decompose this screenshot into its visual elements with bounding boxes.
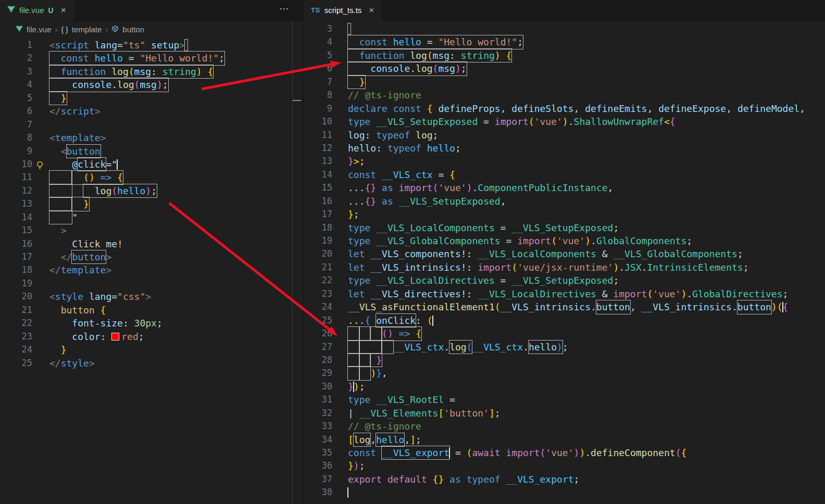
code-line[interactable]: 4 console.log(msg);: [0, 78, 303, 91]
code-content: type __VLS_RootEl =: [348, 393, 455, 406]
code-line[interactable]: 36});: [304, 459, 825, 472]
code-line[interactable]: 19: [0, 277, 303, 290]
code-line[interactable]: 23 color: red;: [0, 330, 303, 343]
code-line[interactable]: 13 }: [0, 197, 303, 210]
code-line[interactable]: 17 </button>: [0, 250, 303, 263]
code-line[interactable]: 37export default {} as typeof __VLS_expo…: [304, 473, 825, 486]
code-line[interactable]: 20let __VLS_components!: __VLS_LocalComp…: [304, 247, 825, 260]
code-line[interactable]: 13}>;: [304, 155, 825, 168]
mapping-box: [359, 341, 382, 354]
tab-file-vue[interactable]: file.vue U ×: [0, 0, 74, 20]
breadcrumb-scope[interactable]: template: [72, 25, 102, 34]
editor-sash-divider[interactable]: [292, 21, 293, 504]
code-line[interactable]: 22 font-size: 30px;: [0, 317, 303, 330]
code-token: button: [738, 301, 771, 312]
code-token: {: [681, 447, 686, 458]
code-line[interactable]: 6 console.log(msg);: [304, 62, 825, 75]
more-actions-button[interactable]: ⋯: [279, 3, 290, 15]
code-line[interactable]: 35const __VLS_export = (await import('vu…: [304, 446, 825, 459]
code-line[interactable]: 4 const hello = "Hello world!";: [304, 35, 825, 48]
code-line[interactable]: 25...{ onClick: (: [304, 314, 825, 327]
code-line[interactable]: 3: [304, 22, 825, 35]
code-line[interactable]: 10 @click=": [0, 158, 303, 171]
code-token: =: [421, 36, 439, 47]
code-line[interactable]: 26 () => {: [304, 327, 825, 340]
line-number: 18: [0, 263, 32, 276]
code-line[interactable]: 12 log(hello);: [0, 184, 303, 197]
breadcrumb-file[interactable]: file.vue: [27, 25, 52, 34]
line-number: 24: [304, 300, 332, 313]
line-number: 21: [304, 261, 332, 274]
code-line[interactable]: 21let __VLS_intrinsics!: import('vue/jsx…: [304, 261, 825, 274]
code-token: ]: [489, 408, 495, 419]
close-icon[interactable]: ×: [61, 5, 66, 16]
code-line[interactable]: 27 __VLS_ctx.log(__VLS_ctx.hello);: [304, 341, 825, 354]
code-line[interactable]: 33// @ts-ignore: [304, 420, 825, 433]
code-line[interactable]: 8<template>: [0, 131, 303, 144]
code-line[interactable]: 16...{} as __VLS_SetupExposed,: [304, 195, 825, 208]
code-token: "Hello world!": [140, 53, 219, 64]
code-token: >: [89, 358, 95, 369]
code-line[interactable]: 15...{} as import('vue').ComponentPublic…: [304, 181, 825, 194]
code-line[interactable]: 11 () => {: [0, 171, 303, 184]
code-line[interactable]: 20<style lang="css">: [0, 290, 303, 303]
left-editor-group: file.vue U × ⋯ file.vue › { } template ›…: [0, 0, 303, 504]
code-token: [72, 172, 83, 183]
code-line[interactable]: 28 }: [304, 354, 825, 367]
code-line[interactable]: 22type __VLS_LocalDirectives = __VLS_Set…: [304, 274, 825, 287]
code-line[interactable]: 14 ": [0, 211, 303, 224]
code-line[interactable]: 32| __VLS_Elements['button'];: [304, 407, 825, 420]
code-line[interactable]: 5 }: [0, 92, 303, 105]
code-token: :: [151, 66, 162, 77]
code-line[interactable]: 2 const hello = "Hello world!";: [0, 52, 303, 65]
breadcrumb-element[interactable]: button: [122, 25, 144, 34]
line-number: 26: [304, 327, 332, 340]
code-token: [95, 172, 101, 183]
code-line[interactable]: 3 function log(msg: string) {: [0, 65, 303, 78]
code-line[interactable]: 23let __VLS_directives!: __VLS_LocalDire…: [304, 287, 825, 300]
code-token: [89, 53, 95, 64]
code-line[interactable]: 11log: typeof log;: [304, 129, 825, 142]
code-line[interactable]: 34[log,hello,];: [304, 433, 825, 446]
right-code-area[interactable]: 34 const hello = "Hello world!";5 functi…: [304, 22, 825, 499]
code-line[interactable]: 8// @ts-ignore: [304, 89, 825, 102]
code-line[interactable]: 19type __VLS_GlobalComponents = import('…: [304, 234, 825, 247]
code-line[interactable]: 5 function log(msg: string) {: [304, 49, 825, 62]
code-token: }: [61, 344, 67, 355]
css-color-swatch[interactable]: [111, 333, 119, 341]
code-line[interactable]: 21 button {: [0, 304, 303, 317]
code-line[interactable]: 9declare const { defineProps, defineSlot…: [304, 102, 825, 115]
code-line[interactable]: 9 <button: [0, 145, 303, 158]
code-line[interactable]: 31type __VLS_RootEl =: [304, 393, 825, 406]
code-line[interactable]: 7: [0, 118, 303, 131]
code-line[interactable]: 10type __VLS_SetupExposed = import('vue'…: [304, 115, 825, 128]
code-token: __VLS_SetupExposed: [376, 116, 478, 127]
code-content: <template>: [49, 131, 106, 144]
code-line[interactable]: 12hello: typeof hello;: [304, 142, 825, 155]
code-line[interactable]: 14const __VLS_ctx = {: [304, 168, 825, 181]
code-token: [348, 77, 359, 87]
code-line[interactable]: 15 >: [0, 224, 303, 237]
code-line[interactable]: 18</template>: [0, 263, 303, 276]
code-line[interactable]: 29 )},: [304, 367, 825, 380]
code-line[interactable]: 18type __VLS_LocalComponents = __VLS_Set…: [304, 221, 825, 234]
code-token: import: [478, 262, 511, 273]
code-line[interactable]: 7 }: [304, 75, 825, 89]
left-code-area[interactable]: 1<script lang="ts" setup>2 const hello =…: [0, 39, 303, 370]
code-line[interactable]: 24 }: [0, 343, 303, 356]
code-line[interactable]: 16 Click me!: [0, 237, 303, 250]
code-token: ;: [613, 275, 619, 286]
code-token: [111, 172, 117, 183]
code-line[interactable]: 30});: [304, 380, 825, 393]
code-token: (: [540, 447, 546, 458]
code-token: [49, 198, 72, 209]
code-line[interactable]: 24__VLS_asFunctionalElement1(__VLS_intri…: [304, 300, 825, 313]
close-icon[interactable]: ×: [369, 5, 374, 16]
code-line[interactable]: 25</style>: [0, 357, 303, 370]
tab-script-ts[interactable]: TS script_ts.ts ×: [304, 0, 382, 20]
code-line[interactable]: 1<script lang="ts" setup>: [0, 39, 303, 52]
code-line[interactable]: 17};: [304, 208, 825, 221]
code-line[interactable]: 38: [304, 486, 825, 499]
code-line[interactable]: 6</script>: [0, 105, 303, 118]
code-token: ;: [686, 235, 692, 246]
